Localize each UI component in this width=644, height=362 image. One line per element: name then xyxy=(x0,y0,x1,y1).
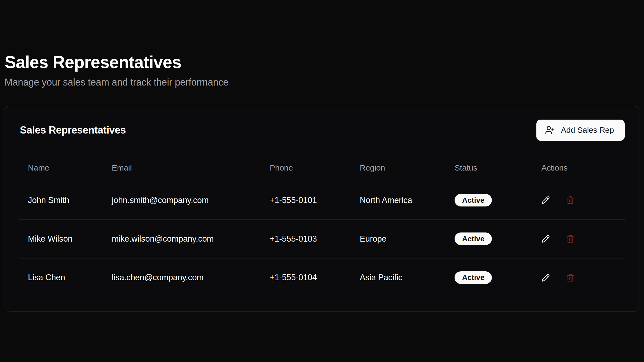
delete-button[interactable] xyxy=(562,269,579,286)
edit-button[interactable] xyxy=(537,230,554,248)
column-header-name: Name xyxy=(19,155,103,181)
table-body: John Smith john.smith@company.com +1-555… xyxy=(19,181,625,297)
status-badge: Active xyxy=(455,194,492,206)
edit-button[interactable] xyxy=(537,269,554,286)
page-title: Sales Representatives xyxy=(5,53,639,72)
add-sales-rep-button[interactable]: Add Sales Rep xyxy=(536,120,625,141)
card-title: Sales Representatives xyxy=(20,124,126,136)
cell-phone: +1-555-0104 xyxy=(261,258,351,297)
user-plus-icon xyxy=(545,125,555,135)
cell-status: Active xyxy=(446,220,533,258)
pencil-icon xyxy=(541,235,550,243)
cell-region: Asia Pacific xyxy=(351,258,446,297)
card-header: Sales Representatives Add Sales Rep xyxy=(5,106,639,141)
sales-reps-table: Name Email Phone Region Status Actions J… xyxy=(19,155,625,297)
row-actions xyxy=(537,269,616,286)
cell-region: North America xyxy=(351,181,446,220)
pencil-icon xyxy=(541,274,550,282)
table-header-row: Name Email Phone Region Status Actions xyxy=(19,155,625,181)
status-badge: Active xyxy=(455,232,492,245)
cell-actions xyxy=(533,258,625,297)
cell-status: Active xyxy=(446,181,533,220)
page-subtitle: Manage your sales team and track their p… xyxy=(5,77,639,88)
column-header-region: Region xyxy=(351,155,446,181)
column-header-status: Status xyxy=(446,155,533,181)
page-header: Sales Representatives Manage your sales … xyxy=(5,0,639,88)
trash-icon xyxy=(566,235,575,243)
delete-button[interactable] xyxy=(562,230,579,248)
trash-icon xyxy=(566,196,575,204)
pencil-icon xyxy=(541,196,550,204)
cell-status: Active xyxy=(446,258,533,297)
column-header-phone: Phone xyxy=(261,155,351,181)
row-actions xyxy=(537,192,616,209)
cell-name: Lisa Chen xyxy=(19,258,103,297)
column-header-actions: Actions xyxy=(533,155,625,181)
cell-email: john.smith@company.com xyxy=(103,181,261,220)
table-header: Name Email Phone Region Status Actions xyxy=(19,155,625,181)
trash-icon xyxy=(566,274,575,282)
table-container: Name Email Phone Region Status Actions J… xyxy=(19,155,625,297)
sales-reps-card: Sales Representatives Add Sales Rep xyxy=(5,106,639,312)
cell-name: John Smith xyxy=(19,181,103,220)
cell-phone: +1-555-0101 xyxy=(261,181,351,220)
column-header-email: Email xyxy=(103,155,261,181)
cell-region: Europe xyxy=(351,220,446,258)
cell-name: Mike Wilson xyxy=(19,220,103,258)
cell-email: mike.wilson@company.com xyxy=(103,220,261,258)
page: Sales Representatives Manage your sales … xyxy=(0,0,644,312)
table-row: Lisa Chen lisa.chen@company.com +1-555-0… xyxy=(19,258,625,297)
cell-email: lisa.chen@company.com xyxy=(103,258,261,297)
cell-actions xyxy=(533,181,625,220)
row-actions xyxy=(537,230,616,248)
add-sales-rep-button-label: Add Sales Rep xyxy=(561,125,614,135)
table-row: Mike Wilson mike.wilson@company.com +1-5… xyxy=(19,220,625,258)
cell-actions xyxy=(533,220,625,258)
status-badge: Active xyxy=(455,271,492,284)
delete-button[interactable] xyxy=(562,192,579,209)
table-row: John Smith john.smith@company.com +1-555… xyxy=(19,181,625,220)
cell-phone: +1-555-0103 xyxy=(261,220,351,258)
edit-button[interactable] xyxy=(537,192,554,209)
